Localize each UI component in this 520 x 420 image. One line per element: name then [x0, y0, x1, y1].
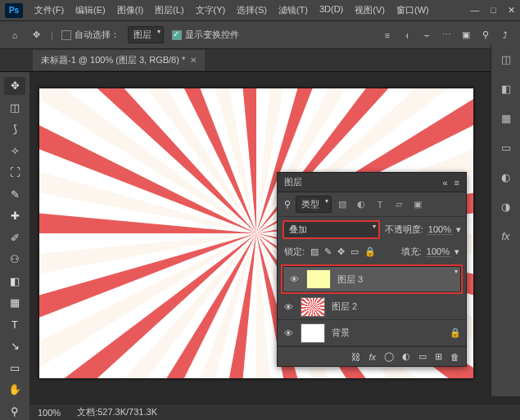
lock-trans-icon[interactable]: ▨: [310, 246, 319, 257]
hand-tool[interactable]: ✋: [4, 381, 25, 399]
fill-value[interactable]: 100%: [425, 246, 451, 257]
crop-tool[interactable]: ⛶: [4, 164, 25, 182]
properties-icon[interactable]: ◑: [498, 198, 514, 215]
lock-paint-icon[interactable]: ✎: [324, 246, 332, 257]
layer-item[interactable]: 👁 图层 3: [283, 266, 461, 292]
home-icon[interactable]: ⌂: [8, 29, 21, 42]
menu-bar: Ps 文件(F) 编辑(E) 图像(I) 图层(L) 文字(Y) 选择(S) 滤…: [0, 0, 520, 21]
menu-window[interactable]: 窗口(W): [391, 2, 434, 19]
lock-icon: 🔒: [450, 327, 461, 338]
blend-mode-select[interactable]: 叠加: [283, 220, 380, 239]
window-max-icon[interactable]: □: [491, 5, 496, 16]
align-icon[interactable]: ⫞: [400, 29, 414, 42]
status-bar: 100% 文档:527.3K/731.3K: [29, 404, 520, 420]
panel-icon[interactable]: ◫: [498, 51, 514, 67]
fx-icon[interactable]: fx: [369, 352, 376, 362]
layer-item[interactable]: 👁 背景 🔒: [278, 320, 466, 346]
search-icon[interactable]: ⚲: [284, 199, 291, 210]
type-tool[interactable]: T: [4, 316, 25, 334]
group-icon[interactable]: ▭: [418, 351, 427, 362]
brush-tool[interactable]: ✐: [4, 229, 25, 247]
filter-smart-icon[interactable]: ▣: [412, 199, 423, 210]
tab-title: 未标题-1 @ 100% (图层 3, RGB/8) *: [41, 54, 185, 66]
zoom-tool[interactable]: ⚲: [4, 403, 25, 421]
eyedropper-tool[interactable]: ✎: [4, 186, 25, 204]
document-tabs: 未标题-1 @ 100% (图层 3, RGB/8) * ✕: [0, 49, 520, 72]
zoom-level[interactable]: 100%: [38, 408, 61, 418]
menu-edit[interactable]: 编辑(E): [70, 2, 111, 19]
lock-all-icon[interactable]: 🔒: [364, 246, 376, 257]
move-tool-icon[interactable]: ✥: [29, 29, 43, 42]
menu-filter[interactable]: 滤镜(T): [274, 2, 313, 19]
layer-name[interactable]: 背景: [332, 327, 350, 339]
filter-adjust-icon[interactable]: ◐: [355, 199, 367, 210]
panel-collapse-icon[interactable]: «: [442, 178, 447, 187]
panel-menu-icon[interactable]: ≡: [454, 178, 459, 187]
fx-icon[interactable]: fx: [498, 228, 514, 244]
menu-view[interactable]: 视图(V): [350, 2, 390, 19]
stamp-tool[interactable]: ⚇: [4, 251, 25, 269]
lock-pos-icon[interactable]: ✥: [337, 246, 345, 257]
link-icon[interactable]: ⛓: [351, 352, 360, 362]
menu-layer[interactable]: 图层(L): [150, 2, 188, 19]
show-transform-toggle[interactable]: 显示变换控件: [172, 29, 239, 41]
layer-thumb: [301, 323, 325, 343]
filter-type-icon[interactable]: T: [374, 200, 386, 210]
auto-select-toggle[interactable]: 自动选择：: [61, 29, 120, 41]
menu-3d[interactable]: 3D(D): [314, 2, 348, 19]
menu-select[interactable]: 选择(S): [232, 2, 272, 19]
document-tab[interactable]: 未标题-1 @ 100% (图层 3, RGB/8) * ✕: [33, 50, 205, 70]
layer-thumb: [301, 297, 325, 317]
opacity-label: 不透明度:: [385, 224, 423, 236]
search-icon[interactable]: ⚲: [479, 29, 492, 42]
lock-artboard-icon[interactable]: ▭: [350, 246, 359, 257]
heal-tool[interactable]: ✚: [4, 207, 25, 225]
move-tool[interactable]: ✥: [4, 77, 25, 95]
lasso-tool[interactable]: ⟆: [4, 120, 25, 138]
more-icon[interactable]: ⋯: [440, 29, 453, 42]
visibility-icon[interactable]: 👁: [283, 302, 294, 312]
layer-name[interactable]: 图层 2: [332, 300, 357, 313]
menu-image[interactable]: 图像(I): [112, 2, 148, 19]
libraries-icon[interactable]: ▭: [498, 139, 514, 156]
layer-item[interactable]: 👁 图层 2: [278, 294, 466, 320]
opacity-value[interactable]: 100%: [427, 224, 453, 235]
layer-thumb: [306, 269, 331, 289]
gradient-tool[interactable]: ▦: [4, 294, 25, 312]
fill-label: 填充:: [401, 246, 422, 258]
color-icon[interactable]: ◧: [498, 80, 514, 97]
wand-tool[interactable]: ✧: [4, 142, 25, 160]
shape-tool[interactable]: ▭: [4, 359, 25, 377]
visibility-icon[interactable]: 👁: [283, 328, 294, 338]
path-tool[interactable]: ↘: [4, 337, 25, 355]
options-bar: ⌂ ✥ | 自动选择： 图层 显示变换控件 ≡ ⫞ ⫟ ⋯ ▣ ⚲ ⤴: [0, 21, 520, 49]
align-icon[interactable]: ≡: [381, 29, 394, 42]
adjustments-icon[interactable]: ◐: [498, 169, 514, 185]
lock-label: 锁定:: [284, 246, 305, 258]
filter-type-select[interactable]: 类型: [296, 196, 332, 213]
adjustment-icon[interactable]: ◐: [402, 351, 410, 362]
window-close-icon[interactable]: ✕: [508, 5, 515, 16]
mask-icon[interactable]: ◯: [384, 351, 394, 362]
auto-select-target[interactable]: 图层: [128, 26, 164, 43]
window-min-icon[interactable]: —: [470, 5, 479, 16]
doc-size: 文档:527.3K/731.3K: [77, 406, 157, 418]
layers-footer: ⛓ fx ◯ ◐ ▭ ⊞ 🗑: [278, 346, 466, 366]
eraser-tool[interactable]: ◧: [4, 273, 25, 291]
menu-type[interactable]: 文字(Y): [191, 2, 231, 19]
delete-icon[interactable]: 🗑: [450, 352, 459, 362]
new-layer-icon[interactable]: ⊞: [435, 351, 442, 362]
filter-shape-icon[interactable]: ▱: [393, 199, 405, 210]
close-icon[interactable]: ✕: [190, 56, 197, 65]
toolbar: ✥ ◫ ⟆ ✧ ⛶ ✎ ✚ ✐ ⚇ ◧ ▦ T ↘ ▭ ✋ ⚲: [0, 72, 29, 420]
3d-icon[interactable]: ▣: [459, 29, 473, 42]
app-logo: Ps: [5, 3, 23, 18]
swatches-icon[interactable]: ▦: [498, 110, 514, 126]
marquee-tool[interactable]: ◫: [4, 99, 25, 117]
filter-pixel-icon[interactable]: ▧: [337, 199, 348, 210]
align-icon[interactable]: ⫟: [420, 29, 433, 42]
share-icon[interactable]: ⤴: [499, 29, 512, 42]
menu-file[interactable]: 文件(F): [29, 2, 69, 19]
layer-name[interactable]: 图层 3: [337, 273, 363, 286]
visibility-icon[interactable]: 👁: [288, 274, 300, 284]
